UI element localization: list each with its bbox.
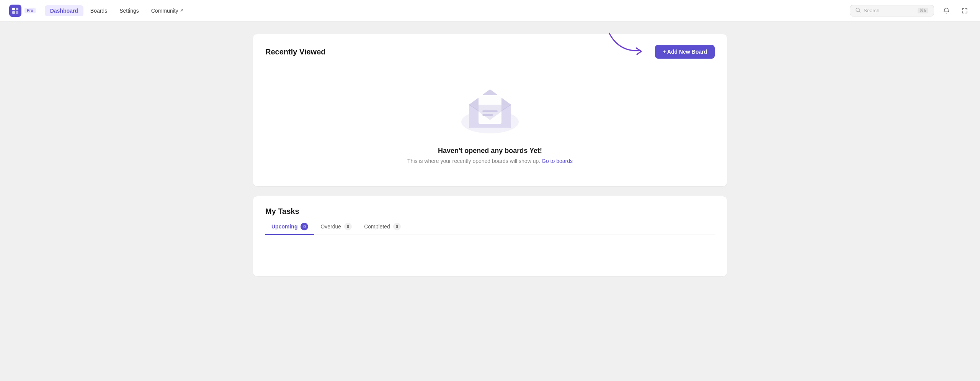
svg-rect-3 — [16, 11, 18, 14]
tab-overdue-label: Overdue — [320, 223, 341, 230]
search-box[interactable]: Search ⌘k — [850, 5, 934, 16]
nav-settings[interactable]: Settings — [114, 5, 144, 16]
pro-badge: Pro — [24, 8, 36, 13]
recently-viewed-title: Recently Viewed — [265, 48, 325, 56]
tab-completed-label: Completed — [364, 223, 390, 230]
main-content: Recently Viewed + Add New Board — [222, 21, 758, 298]
my-tasks-title: My Tasks — [265, 207, 715, 216]
nav-links: Dashboard Boards Settings Community ↗ — [45, 5, 189, 16]
empty-illustration — [456, 82, 524, 139]
tab-overdue-badge: 0 — [344, 223, 352, 230]
nav-right: Search ⌘k — [850, 5, 971, 17]
tab-overdue[interactable]: Overdue 0 — [314, 219, 358, 235]
svg-rect-1 — [16, 8, 18, 10]
svg-rect-0 — [12, 8, 15, 10]
search-icon — [856, 8, 861, 14]
tab-upcoming-badge: 0 — [301, 223, 308, 230]
logo-wrap[interactable]: Pro — [9, 5, 36, 17]
tab-upcoming[interactable]: Upcoming 0 — [265, 219, 314, 235]
curved-arrow-illustration — [606, 30, 652, 60]
app-logo-icon — [9, 5, 21, 17]
go-to-boards-link[interactable]: Go to boards — [542, 158, 573, 164]
nav-dashboard[interactable]: Dashboard — [45, 5, 83, 16]
recently-viewed-card: Recently Viewed + Add New Board — [253, 34, 727, 187]
external-link-icon: ↗ — [180, 8, 183, 13]
tasks-tabs: Upcoming 0 Overdue 0 Completed 0 — [265, 219, 715, 235]
empty-boards-desc: This is where your recently opened board… — [407, 158, 573, 164]
search-shortcut: ⌘k — [918, 8, 929, 13]
search-placeholder: Search — [864, 8, 915, 13]
add-new-board-button[interactable]: + Add New Board — [655, 45, 715, 59]
notifications-button[interactable] — [940, 5, 952, 17]
tasks-empty-content — [265, 235, 715, 266]
recently-viewed-header: Recently Viewed + Add New Board — [265, 45, 715, 59]
tab-upcoming-label: Upcoming — [271, 223, 297, 230]
recently-viewed-empty: Haven't opened any boards Yet! This is w… — [265, 66, 715, 176]
empty-boards-title: Haven't opened any boards Yet! — [438, 147, 542, 155]
my-tasks-card: My Tasks Upcoming 0 Overdue 0 Completed … — [253, 196, 727, 277]
nav-community[interactable]: Community ↗ — [146, 5, 189, 16]
svg-line-5 — [859, 11, 860, 12]
nav-boards[interactable]: Boards — [85, 5, 113, 16]
tab-completed-badge: 0 — [393, 223, 401, 230]
tab-completed[interactable]: Completed 0 — [358, 219, 407, 235]
navbar: Pro Dashboard Boards Settings Community … — [0, 0, 980, 21]
expand-button[interactable] — [959, 5, 971, 17]
svg-rect-2 — [12, 11, 15, 14]
